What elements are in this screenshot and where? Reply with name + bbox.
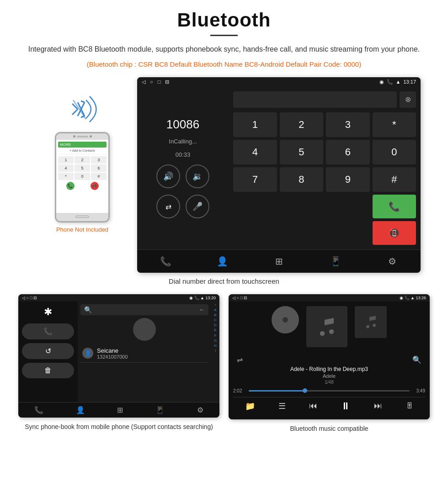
contacts-nav-4[interactable]: 📱 [155, 406, 165, 414]
media-nav-icon[interactable]: ⊟ [165, 79, 169, 85]
volume-down-button[interactable]: 🔉 [186, 164, 209, 188]
music-nav-icons: ◁ ○ □ ⊟ [232, 296, 247, 300]
phone-key-0[interactable]: 0 [75, 173, 90, 180]
key-1[interactable]: 1 [233, 112, 277, 137]
contacts-nav-2[interactable]: 👤 [76, 406, 85, 414]
home-nav-icon[interactable]: ○ [150, 79, 153, 85]
shuffle-search-row: ⇌ 🔍 [233, 354, 425, 366]
key-hash[interactable]: # [373, 167, 416, 192]
phone-camera-dot [73, 135, 75, 138]
contacts-nav-5[interactable]: ⚙ [197, 406, 203, 414]
nav-contacts-icon[interactable]: 👤 [213, 254, 231, 268]
playlist-icon[interactable]: ☰ [278, 401, 286, 411]
dialer-number: 10086 [166, 117, 199, 132]
contacts-sync-button[interactable]: ↺ [22, 343, 74, 359]
alpha-c[interactable]: C [212, 318, 219, 323]
dialer-call-time: 00:33 [176, 151, 191, 158]
mute-button[interactable]: 🎤 [186, 195, 209, 218]
end-call-button[interactable]: 📵 [373, 221, 416, 245]
key-3[interactable]: 3 [326, 112, 370, 137]
nav-phone-icon[interactable]: 📱 [326, 254, 345, 268]
alpha-h[interactable]: H [212, 343, 219, 348]
alphabet-bar: * A B C D E F G H I [211, 302, 219, 402]
key-star[interactable]: * [373, 112, 416, 137]
search-music-icon[interactable]: 🔍 [412, 355, 421, 364]
key-6[interactable]: 6 [326, 140, 370, 164]
key-4[interactable]: 4 [233, 140, 277, 164]
phone-key-2[interactable]: 2 [75, 156, 90, 164]
transfer-button[interactable]: ⇄ [156, 195, 180, 218]
alpha-g[interactable]: G [212, 338, 219, 343]
equalizer-icon[interactable]: 🎚 [405, 401, 414, 411]
contacts-content: ✱ 📞 ↺ 🗑 🔍 ← [18, 302, 219, 402]
contacts-nav-3[interactable]: ⊞ [117, 406, 123, 414]
contacts-nav-1[interactable]: 📞 [34, 406, 43, 414]
phone-key-3[interactable]: 3 [91, 156, 107, 164]
alpha-star[interactable]: * [212, 303, 219, 307]
key-2[interactable]: 2 [280, 112, 324, 137]
contact-name: Seicane [97, 347, 128, 354]
play-pause-button[interactable]: ⏸ [341, 400, 351, 412]
contacts-sidebar: ✱ 📞 ↺ 🗑 [18, 302, 78, 402]
phone-not-included-label: Phone Not Included [56, 226, 108, 233]
alpha-a[interactable]: A [212, 307, 219, 312]
nav-calls-icon[interactable]: 📞 [156, 254, 175, 268]
prev-track-button[interactable]: ⏮ [309, 401, 317, 411]
call-status-icon: 📞 [387, 79, 393, 85]
folder-icon[interactable]: 📁 [245, 401, 255, 411]
key-9[interactable]: 9 [326, 167, 370, 192]
phone-end-button[interactable]: 📵 [91, 182, 99, 190]
call-button[interactable]: 📞 [373, 195, 416, 218]
key-7[interactable]: 7 [233, 167, 277, 192]
key-0[interactable]: 0 [373, 140, 416, 164]
phone-home-button[interactable] [75, 216, 89, 218]
phone-key-6[interactable]: 6 [91, 164, 107, 172]
progress-thumb[interactable] [303, 388, 307, 393]
alpha-f[interactable]: F [212, 333, 219, 338]
music-track-info: 1/48 [290, 380, 368, 385]
contacts-nav-icons: ◁ ○ □ ⊟ [22, 296, 37, 300]
contacts-back-arrow[interactable]: ← [199, 306, 205, 313]
contact-list-item[interactable]: 👤 Seicane 13241007000 [80, 344, 208, 363]
phone-top-bar [56, 133, 108, 140]
phone-key-4[interactable]: 4 [58, 164, 74, 172]
dialer-content: 10086 InCalling... 00:33 🔊 🔉 ⇄ 🎤 [137, 87, 421, 249]
phone-key-star[interactable]: * [58, 173, 74, 180]
nav-dialpad-icon[interactable]: ⊞ [270, 254, 288, 268]
music-status-bar: ◁ ○ □ ⊟ ◉ 📞 ▲ 13:26 [229, 294, 430, 302]
phone-speaker [77, 136, 88, 138]
phone-screen: MORE + Add to Contacts 1 2 3 4 5 6 * 0 # [56, 140, 108, 213]
music-screen-container: ◁ ○ □ ⊟ ◉ 📞 ▲ 13:26 [229, 294, 430, 434]
next-track-button[interactable]: ⏭ [374, 401, 382, 411]
shuffle-icon[interactable]: ⇌ [237, 355, 243, 364]
phone-sensor-dot [90, 135, 92, 138]
key-8[interactable]: 8 [280, 167, 324, 192]
music-info: Adele - Rolling In the Deep.mp3 Adele 1/… [290, 366, 368, 385]
phone-key-5[interactable]: 5 [75, 164, 90, 172]
dialer-backspace-button[interactable]: ⊗ [400, 91, 416, 108]
volume-up-button[interactable]: 🔊 [156, 164, 180, 188]
music-note-icon [315, 315, 338, 338]
contacts-call-button[interactable]: 📞 [22, 323, 74, 339]
nav-settings-icon[interactable]: ⚙ [383, 254, 401, 268]
alpha-e[interactable]: E [212, 328, 219, 333]
search-icon: 🔍 [84, 306, 92, 313]
bluetooth-sidebar-icon: ✱ [22, 306, 74, 318]
alpha-b[interactable]: B [212, 312, 219, 318]
phone-key-hash[interactable]: # [91, 173, 107, 180]
key-5[interactable]: 5 [280, 140, 324, 164]
music-progress-row: 2:02 3:49 [233, 388, 425, 393]
contact-avatar: 👤 [82, 348, 93, 359]
alpha-d[interactable]: D [212, 323, 219, 328]
progress-track[interactable] [249, 390, 410, 392]
dialer-input-field[interactable] [233, 91, 397, 108]
phone-key-1[interactable]: 1 [58, 156, 74, 164]
recents-nav-icon[interactable]: □ [158, 79, 161, 85]
phone-call-button[interactable]: 📞 [66, 182, 75, 190]
alpha-i[interactable]: I [212, 348, 219, 353]
contacts-delete-button[interactable]: 🗑 [22, 363, 74, 378]
back-nav-icon[interactable]: ◁ [142, 79, 145, 85]
phone-bottom-row: 📞 📵 [58, 182, 107, 190]
phone-home-bar [56, 213, 108, 221]
contact-number: 13241007000 [97, 354, 128, 360]
